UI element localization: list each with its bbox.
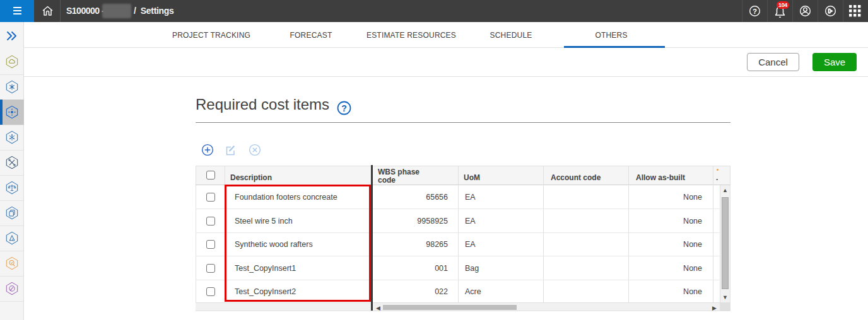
svg-text:?: ? (753, 8, 757, 15)
svg-text:?: ? (341, 103, 347, 113)
